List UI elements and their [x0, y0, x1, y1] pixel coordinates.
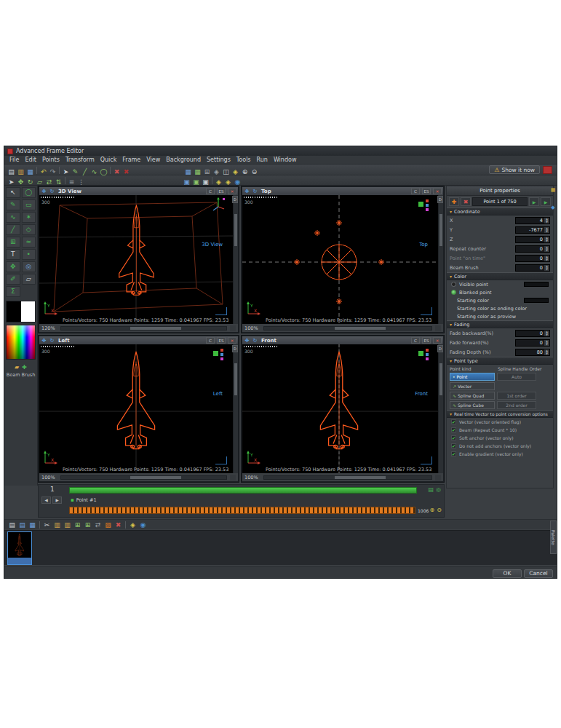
point-selector[interactable]: Point 1 of 750	[472, 197, 528, 206]
wave-tool[interactable]: ≈	[22, 237, 36, 248]
order-2nd-button[interactable]: 2nd order	[497, 401, 536, 409]
select-tool[interactable]: ↖	[6, 187, 20, 198]
close-viewport-button[interactable]: ✕	[228, 188, 236, 194]
point-kind-spline-cube-button[interactable]: ∿Spline Cube	[450, 401, 495, 409]
close-viewport-button[interactable]: ✕	[228, 337, 236, 344]
visible-point-radio[interactable]	[451, 282, 456, 287]
show-it-now-button[interactable]: ⚠ Show it now	[489, 165, 540, 174]
fading-depth-input[interactable]: 80▲▼	[515, 349, 550, 356]
horizontal-scrollbar[interactable]	[263, 475, 432, 480]
horizontal-scrollbar[interactable]	[60, 475, 227, 480]
duplicate-frame-icon[interactable]: ▤	[17, 521, 27, 529]
delete-point-button[interactable]: ✖	[461, 197, 471, 206]
cancel-button[interactable]: Cancel	[524, 569, 553, 578]
film-icon[interactable]: ▤	[428, 486, 434, 493]
rotate-icon[interactable]: ↻	[252, 189, 258, 194]
next-point-button[interactable]: ▶	[52, 496, 62, 504]
save-icon[interactable]: ▦	[28, 521, 37, 529]
es-button[interactable]: ES	[217, 337, 226, 344]
point-tool[interactable]: •	[22, 249, 36, 260]
fade-backward-input[interactable]: 0▲▼	[515, 330, 550, 337]
checkbox-enable-gradient-vector-only-[interactable]: ✔	[451, 451, 456, 456]
dock-button[interactable]: D	[232, 196, 238, 203]
menu-item-view[interactable]: View	[143, 157, 163, 163]
eraser-tool[interactable]: ▱	[22, 274, 36, 285]
dock-button[interactable]: D	[437, 196, 443, 203]
pen-tool[interactable]: ✎	[6, 199, 20, 210]
viewport-3d-canvas[interactable]: 300 3D View Points/Vectors: 750 Hardware…	[39, 195, 233, 324]
delete-icon[interactable]: ✖	[114, 521, 123, 529]
es-button[interactable]: ES	[422, 337, 431, 344]
pan-icon[interactable]: ✥	[41, 189, 47, 194]
es-button[interactable]: ES	[217, 188, 226, 194]
blanked-point-radio[interactable]	[451, 290, 456, 295]
center-button[interactable]: C	[206, 188, 215, 194]
point-kind-point-button[interactable]: •Point	[450, 373, 495, 381]
rectangle-tool[interactable]: ▭	[22, 199, 36, 210]
y-input[interactable]: -7677▲▼	[515, 226, 550, 234]
horizontal-scrollbar[interactable]	[263, 326, 432, 331]
pencil-tool[interactable]: ✐	[6, 274, 20, 285]
beam-brush-icon[interactable]: ▰	[15, 364, 19, 371]
color-palette[interactable]	[6, 325, 36, 360]
section-fading[interactable]: ▾ Fading	[447, 320, 553, 328]
order-auto-button[interactable]: Auto	[497, 373, 536, 381]
z-input[interactable]: 0▲▼	[515, 236, 550, 243]
line-tool[interactable]: ╱	[6, 224, 20, 235]
beam-brush-input[interactable]: 0▲▼	[515, 264, 550, 272]
prev-point-button[interactable]: ◀	[41, 496, 51, 504]
paste-icon[interactable]: ▥	[63, 521, 72, 529]
fade-forward-input[interactable]: 0▲▼	[515, 339, 550, 347]
vertical-scrollbar[interactable]	[438, 195, 443, 324]
point-density-bar[interactable]	[69, 507, 415, 514]
black-swatch[interactable]	[7, 301, 21, 322]
section-color[interactable]: ▾ Color	[447, 272, 553, 280]
repeat-counter-input[interactable]: 0▲▼	[515, 245, 550, 253]
delete-frame-icon[interactable]: ✖	[122, 167, 131, 176]
emergency-stop-button[interactable]	[543, 166, 552, 174]
frame-thumbnail-selected[interactable]	[7, 531, 32, 565]
rotate-icon[interactable]: ↻	[252, 338, 258, 344]
timeline-track-bar[interactable]	[69, 487, 417, 494]
horizontal-scrollbar[interactable]	[60, 326, 227, 331]
pan-icon[interactable]: ✥	[244, 338, 250, 344]
center-button[interactable]: C	[411, 188, 420, 194]
checkbox-soft-anchor-vector-only-[interactable]: ✔	[451, 435, 456, 440]
scroll-thumb[interactable]	[234, 214, 237, 246]
palette-side-icon[interactable]: ▦	[551, 187, 556, 193]
polygon-tool[interactable]: ◇	[22, 224, 36, 235]
circle-tool-icon[interactable]: ◯	[99, 167, 108, 176]
scroll-thumb[interactable]	[234, 363, 237, 395]
menu-item-window[interactable]: Window	[271, 157, 300, 163]
section-conversion-options[interactable]: ▾ Real time Vector to point conversion o…	[447, 410, 553, 418]
scroll-thumb[interactable]	[439, 363, 442, 395]
frame-strip[interactable]	[4, 530, 557, 565]
palette-side-tab[interactable]: Palette	[550, 521, 557, 554]
pan-icon[interactable]: ✥	[244, 189, 250, 194]
point-kind-vector-button[interactable]: ↗Vector	[450, 382, 495, 390]
vertical-scrollbar[interactable]	[233, 344, 238, 473]
visible-color-swatch[interactable]	[524, 282, 549, 287]
center-button[interactable]: C	[206, 337, 215, 344]
point-on-time-input[interactable]: 0▲▼	[515, 255, 550, 262]
new-frame-icon[interactable]: ▤	[7, 521, 17, 529]
rotate-icon[interactable]: ↻	[49, 338, 55, 344]
info-icon[interactable]: ◉	[138, 521, 148, 529]
section-coordinate[interactable]: ▾ Coordinate	[447, 207, 553, 215]
pin-side-icon[interactable]: ◆	[551, 205, 554, 210]
dock-button[interactable]: D	[437, 345, 443, 352]
timeline-zoom-in-icon[interactable]: ⊕	[430, 507, 435, 513]
order-1st-button[interactable]: 1st order	[497, 392, 536, 400]
point-kind-spline-quad-button[interactable]: ∿Spline Quad	[450, 392, 495, 400]
append-frame-icon[interactable]: ⊞	[83, 521, 92, 529]
x-input[interactable]: 4▲▼	[515, 217, 550, 224]
target-icon[interactable]: ◎	[436, 486, 441, 493]
reverse-icon[interactable]: ⇄	[93, 521, 103, 529]
zoom-tool[interactable]: ◎	[22, 261, 36, 272]
es-button[interactable]: ES	[422, 188, 431, 194]
vertical-scrollbar[interactable]	[438, 344, 443, 473]
curve-tool-icon[interactable]: ∿	[89, 167, 99, 176]
ellipse-tool[interactable]: ◯	[22, 187, 36, 198]
grid-tool[interactable]: ⊞	[6, 237, 20, 248]
move-tool[interactable]: ✥	[6, 261, 20, 272]
